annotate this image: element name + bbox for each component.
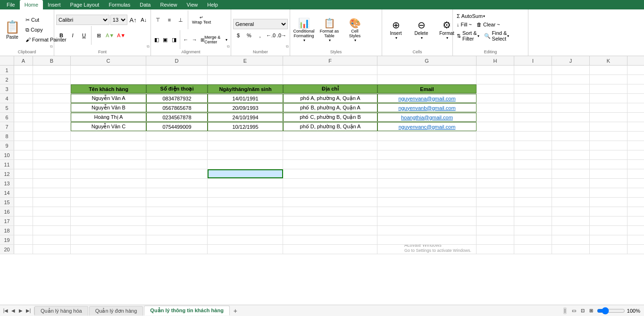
increase-decimal-button[interactable]: .0→ [276, 30, 287, 41]
align-middle-button[interactable]: ≡ [164, 15, 175, 25]
cell-C7[interactable]: Nguyễn Văn C [71, 122, 146, 131]
cell-I6[interactable] [514, 113, 552, 122]
cell-D3-header[interactable]: Số điện thoại [146, 84, 208, 93]
row-num-17[interactable]: 17 [0, 216, 14, 225]
cell-E8[interactable] [208, 132, 283, 141]
cell-E7[interactable]: 10/12/1995 [208, 122, 283, 131]
cell-E6[interactable]: 24/10/1994 [208, 113, 283, 122]
merge-center-button[interactable]: ⊞ Merge & Center ▾ [199, 34, 229, 45]
row-num-3[interactable]: 3 [0, 84, 14, 93]
tab-view[interactable]: View [182, 0, 203, 9]
cell-D1[interactable] [146, 66, 208, 75]
row-num-10[interactable]: 10 [0, 150, 14, 159]
col-header-J[interactable]: J [552, 56, 590, 65]
decrease-decimal-button[interactable]: ←.0 [266, 30, 276, 41]
row-num-15[interactable]: 15 [0, 198, 14, 207]
font-name-select[interactable]: Calibri [56, 15, 109, 25]
cell-D6[interactable]: 0234567878 [146, 113, 208, 122]
cell-A7[interactable] [14, 122, 33, 131]
italic-button[interactable]: I [67, 30, 78, 41]
cell-F7[interactable]: phố D, phường B, Quận A [283, 122, 377, 131]
scroll-left-start-button[interactable]: |◀ [2, 307, 9, 315]
cell-I7[interactable] [514, 122, 552, 131]
cell-E5[interactable]: 20/09/1993 [208, 103, 283, 112]
underline-button[interactable]: U [79, 30, 89, 41]
cell-B3[interactable] [33, 84, 71, 93]
comma-button[interactable]: , [255, 30, 265, 41]
cell-L4[interactable] [627, 94, 644, 103]
cell-H7[interactable] [477, 122, 514, 131]
cell-D7[interactable]: 0754499009 [146, 122, 208, 131]
col-header-G[interactable]: G [377, 56, 477, 65]
font-color-button[interactable]: A▼ [116, 30, 126, 41]
cell-K1[interactable] [590, 66, 627, 75]
cell-D5[interactable]: 0567865678 [146, 103, 208, 112]
row-num-4[interactable]: 4 [0, 94, 14, 103]
row-num-13[interactable]: 13 [0, 179, 14, 188]
cell-J3[interactable] [552, 84, 590, 93]
tab-help[interactable]: Help [202, 0, 223, 9]
cell-styles-button[interactable]: 🎨 CellStyles ▾ [343, 16, 367, 43]
scroll-right-button[interactable]: ▶ [17, 307, 25, 315]
cell-G3-header[interactable]: Email [377, 84, 477, 93]
cell-C8[interactable] [71, 132, 146, 141]
delete-button[interactable]: ⊖ Delete ▾ [410, 16, 433, 43]
autosum-button[interactable]: Σ AutoSum ▾ [455, 12, 526, 20]
bold-button[interactable]: B [56, 30, 67, 41]
cell-H1[interactable] [477, 66, 514, 75]
cell-A5[interactable] [14, 103, 33, 112]
cell-L5[interactable] [627, 103, 644, 112]
cell-E3-header[interactable]: Ngày/tháng/năm sinh [208, 84, 283, 93]
cell-D8[interactable] [146, 132, 208, 141]
cell-K5[interactable] [590, 103, 627, 112]
col-header-B[interactable]: B [33, 56, 71, 65]
align-bottom-button[interactable]: ⊥ [176, 15, 186, 25]
page-break-view-button[interactable]: ⊞ [587, 307, 595, 315]
scroll-left-button[interactable]: ◀ [9, 307, 17, 315]
insert-button[interactable]: ⊕ Insert ▾ [384, 16, 408, 43]
tab-home[interactable]: Home [20, 0, 43, 9]
sheet-tab-don-hang[interactable]: Quản lý đơn hàng [89, 306, 143, 316]
col-header-H[interactable]: H [477, 56, 514, 65]
cell-B8[interactable] [33, 132, 71, 141]
cell-G6[interactable]: hoangthia@gmail.com [377, 113, 477, 122]
number-expand-icon[interactable]: ⧉ [286, 44, 289, 49]
row-num-2[interactable]: 2 [0, 75, 14, 84]
cell-E12[interactable] [208, 169, 283, 178]
cell-I4[interactable] [514, 94, 552, 103]
row-num-18[interactable]: 18 [0, 226, 14, 235]
cell-J4[interactable] [552, 94, 590, 103]
row-num-9[interactable]: 9 [0, 141, 14, 150]
cell-I1[interactable] [514, 66, 552, 75]
font-expand-icon[interactable]: ⧉ [147, 44, 150, 49]
row-num-14[interactable]: 14 [0, 188, 14, 197]
cell-G8[interactable] [377, 132, 477, 141]
row-num-7[interactable]: 7 [0, 122, 14, 131]
cell-F8[interactable] [283, 132, 377, 141]
align-top-button[interactable]: ⊤ [153, 15, 163, 25]
cell-B7[interactable] [33, 122, 71, 131]
cell-F6[interactable]: phố C, phường B, Quận B [283, 113, 377, 122]
cell-K6[interactable] [590, 113, 627, 122]
col-header-E[interactable]: E [208, 56, 283, 65]
h-scrollbar[interactable] [563, 308, 567, 314]
cell-E4[interactable]: 14/01/1991 [208, 94, 283, 103]
cell-J8[interactable] [552, 132, 590, 141]
cell-C3-header[interactable]: Tên khách hàng [71, 84, 146, 93]
align-center-button[interactable]: ▣ [161, 34, 169, 45]
cell-B1[interactable] [33, 66, 71, 75]
cell-E1[interactable] [208, 66, 283, 75]
row-num-19[interactable]: 19 [0, 235, 14, 244]
scroll-right-end-button[interactable]: ▶| [25, 307, 32, 315]
find-select-button[interactable]: 🔍 Find &Select ▾ [482, 29, 511, 42]
cell-C2[interactable] [71, 75, 146, 84]
sort-filter-button[interactable]: ⇅ Sort &Filter ▾ [455, 29, 481, 42]
cell-C5[interactable]: Nguyễn Văn B [71, 103, 146, 112]
cell-F1[interactable] [283, 66, 377, 75]
align-left-button[interactable]: ◧ [153, 34, 160, 45]
cell-F3-header[interactable]: Địa chỉ [283, 84, 377, 93]
fill-color-button[interactable]: A▼ [105, 30, 115, 41]
cell-K3[interactable] [590, 84, 627, 93]
cell-G4[interactable]: nguyenvana@gmail.com [377, 94, 477, 103]
cell-A1[interactable] [14, 66, 33, 75]
